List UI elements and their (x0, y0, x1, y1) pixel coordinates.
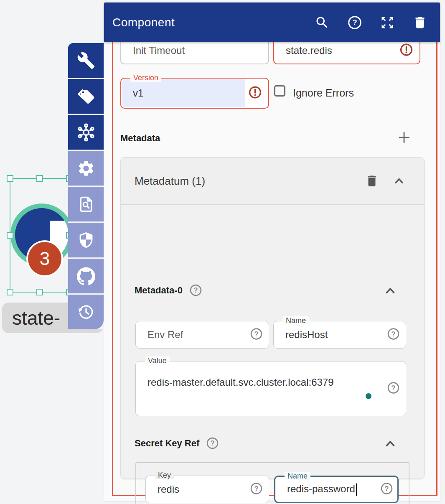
toolbar-inspect-button[interactable] (68, 187, 104, 221)
metadata-name-value: redisHost (285, 329, 328, 341)
ignore-errors-label: Ignore Errors (293, 87, 354, 99)
wrench-icon (77, 51, 95, 70)
shield-icon (77, 231, 95, 249)
secret-key-ref-heading-row: Secret Key Ref ? (135, 437, 219, 450)
metadata-value-field[interactable]: Value redis-master.default.svc.cluster.l… (135, 361, 406, 416)
svg-text:?: ? (254, 330, 259, 338)
metadata-value-label: Value (145, 356, 170, 365)
metadata-0-heading: Metadata-0 (135, 285, 183, 296)
metadata-value-text: redis-master.default.svc.cluster.local:6… (147, 377, 334, 388)
delete-component-icon[interactable] (412, 15, 427, 30)
env-ref-field[interactable]: Env Ref ? (135, 321, 269, 349)
collapse-secret-key-ref-icon[interactable] (383, 437, 397, 451)
toolbar-build-button[interactable] (68, 43, 104, 78)
secret-name-value: redis-password (287, 483, 357, 496)
help-circle-icon[interactable]: ? (206, 437, 219, 450)
secret-key-ref-heading: Secret Key Ref (135, 438, 199, 449)
error-icon (400, 43, 413, 58)
svg-text:?: ? (193, 286, 198, 294)
help-circle-icon[interactable]: ? (250, 482, 263, 497)
secret-key-field[interactable]: Key redis ? (145, 476, 269, 503)
toolbar-traits-button[interactable] (68, 115, 104, 150)
metadata-0-heading-row: Metadata-0 ? (135, 284, 202, 297)
resize-handle-sw[interactable] (7, 289, 13, 295)
secret-name-field-focused[interactable]: Name redis-password ? (274, 476, 399, 503)
resize-handle-w[interactable] (7, 232, 13, 239)
version-field[interactable]: Version v1 (120, 78, 269, 109)
help-circle-icon[interactable]: ? (387, 382, 400, 396)
hub-icon (77, 123, 95, 142)
help-circle-icon[interactable]: ? (189, 284, 202, 297)
svg-text:?: ? (385, 485, 389, 492)
app-root: 3 state- (0, 0, 445, 504)
fullscreen-icon[interactable] (380, 15, 395, 30)
metadata-heading: Metadata (120, 133, 160, 144)
secret-key-label: Key (155, 471, 174, 479)
panel-header: Component ? (104, 3, 440, 42)
svg-text:?: ? (392, 384, 396, 392)
metadatum-card: Metadatum (1) Metadata-0 ? (120, 157, 425, 479)
secret-key-value: redis (158, 484, 179, 495)
gear-icon (77, 159, 95, 178)
toolbar-github-button[interactable] (68, 259, 104, 293)
metadatum-card-header[interactable]: Metadatum (1) (121, 158, 424, 205)
metadata-name-label: Name (283, 316, 309, 325)
add-metadata-button[interactable] (396, 129, 412, 146)
resize-handle-s[interactable] (36, 289, 43, 295)
file-search-icon (77, 195, 95, 214)
plus-icon (396, 130, 412, 145)
svg-text:?: ? (211, 439, 215, 447)
metadatum-card-title: Metadatum (1) (121, 175, 365, 188)
metadatum-card-body: Metadata-0 ? Env Ref ? (121, 205, 424, 479)
init-timeout-label: Init Timeout (133, 45, 185, 56)
component-panel: Component ? Init Timeout state.redis (104, 2, 440, 501)
version-value: v1 (133, 87, 143, 99)
panel-title: Component (112, 16, 175, 29)
collapse-metadata-0-icon[interactable] (383, 284, 397, 298)
env-ref-placeholder: Env Ref (147, 329, 183, 341)
toolbar-labels-button[interactable] (68, 79, 104, 114)
error-count-badge: 3 (26, 240, 63, 277)
resize-handle-nw[interactable] (7, 175, 13, 182)
tag-icon (77, 87, 95, 106)
help-circle-icon[interactable]: ? (387, 328, 400, 342)
help-icon[interactable]: ? (347, 15, 362, 30)
collapse-metadatum-icon[interactable] (392, 174, 406, 188)
resize-handle-n[interactable] (36, 175, 43, 182)
history-icon (77, 303, 95, 321)
text-cursor (356, 483, 357, 496)
resize-grip-dot[interactable] (366, 393, 371, 399)
secret-name-label: Name (285, 472, 310, 480)
svg-text:?: ? (352, 18, 357, 27)
github-icon (77, 267, 95, 285)
help-circle-icon[interactable]: ? (380, 482, 393, 497)
metadata-name-field[interactable]: Name redisHost ? (273, 321, 406, 349)
toolbar-security-button[interactable] (68, 223, 104, 257)
node-toolbar (68, 43, 104, 329)
svg-text:?: ? (254, 485, 259, 492)
help-circle-icon[interactable]: ? (250, 328, 263, 342)
toolbar-history-button[interactable] (68, 295, 104, 329)
error-icon (249, 86, 262, 101)
delete-metadatum-icon[interactable] (365, 174, 379, 188)
version-label: Version (130, 74, 161, 82)
search-icon[interactable] (315, 15, 330, 30)
toolbar-settings-button[interactable] (68, 151, 104, 186)
svg-text:?: ? (392, 330, 396, 338)
ignore-errors-checkbox[interactable] (274, 85, 285, 97)
type-value: state.redis (286, 45, 332, 56)
secret-key-ref-group: Key redis ? Name redis-password (135, 462, 409, 504)
